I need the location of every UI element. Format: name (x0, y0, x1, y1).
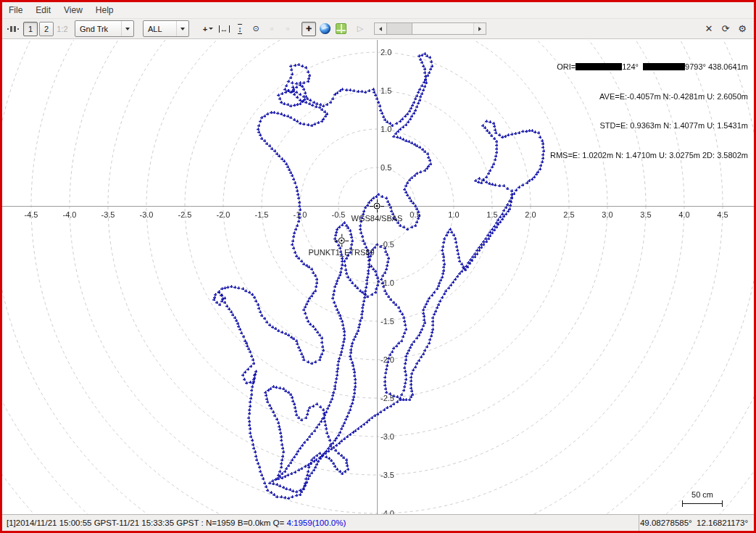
toolbar-grip-icon (7, 26, 20, 32)
stat-rms-line: RMS=E: 1.0202m N: 1.4710m U: 3.0275m 2D:… (550, 151, 748, 161)
solution-filter-select[interactable]: ALL (143, 20, 189, 37)
status-coordinates: 49.08278585° 12.16821173° (639, 515, 754, 531)
fit-vertical-button[interactable]: ↕ (233, 22, 247, 36)
solution-filter-value: ALL (144, 25, 176, 33)
option-dot-button-1[interactable]: ○ (265, 22, 279, 36)
fit-vertical-icon: ↕ (238, 24, 242, 34)
gear-icon: ⚙ (738, 23, 747, 34)
animate-button[interactable]: ▷ (353, 22, 367, 36)
option-dot-button-2[interactable]: ○ (281, 22, 295, 36)
menu-view[interactable]: View (57, 4, 89, 17)
scale-bar-line (682, 500, 723, 507)
refresh-icon: ⟳ (721, 23, 729, 34)
close-icon: ✕ (705, 23, 713, 34)
chevron-down-icon (121, 21, 133, 36)
map-view-button[interactable] (333, 22, 348, 36)
stat-ori-line: ORI=124° 9793° 438.0641m (550, 62, 748, 73)
rtkplot-window: File Edit View Help 1 2 1:2 Gnd Trk ALL … (0, 0, 756, 533)
fit-cursor-button[interactable]: + (201, 22, 215, 36)
google-earth-globe-icon (320, 23, 331, 34)
statistics-overlay: ORI=124° 9793° 438.0641m AVE=E:-0.4057m … (550, 43, 748, 180)
cross-dot-icon: ✚ (306, 25, 312, 33)
menu-help[interactable]: Help (89, 4, 120, 17)
plot-1-button[interactable]: 1 (23, 22, 38, 36)
status-bar: [1]2014/11/21 15:00:55 GPST-11/21 15:33:… (2, 514, 754, 531)
menu-bar: File Edit View Help (2, 2, 754, 19)
redaction-box (576, 63, 622, 70)
chevron-down-icon (209, 28, 213, 30)
scrollbar-thumb[interactable] (386, 22, 412, 35)
menu-file[interactable]: File (2, 4, 29, 17)
stat-std-line: STD=E: 0.9363m N: 1.4077m U: 1.5431m (550, 121, 748, 131)
plot-2-button[interactable]: 2 (39, 22, 54, 36)
chevron-down-icon (176, 21, 188, 36)
reload-button[interactable]: ⟳ (721, 23, 729, 34)
clear-button[interactable]: ✕ (705, 23, 713, 34)
map-icon (336, 23, 346, 34)
status-time-range: [1]2014/11/21 15:00:55 GPST-11/21 15:33:… (2, 515, 639, 531)
small-circle-icon: ○ (270, 25, 274, 32)
ground-track-plot[interactable]: ORI=124° 9793° 438.0641m AVE=E:-0.4057m … (2, 40, 754, 516)
center-origin-icon: ⊙ (252, 24, 259, 33)
time-scrollbar[interactable] (374, 22, 486, 35)
redaction-box (643, 63, 685, 70)
options-button[interactable]: ⚙ (738, 23, 747, 34)
small-circle-icon: ○ (286, 25, 290, 32)
scale-bar-label: 50 cm (682, 490, 723, 499)
average-marker-label: PUNKT1_ETRS89 (308, 248, 374, 257)
toolbar: 1 2 1:2 Gnd Trk ALL + ↔ ↕ ⊙ ○ ○ (2, 19, 754, 39)
fit-horizontal-button[interactable]: ↔ (217, 22, 231, 36)
scale-bar: 50 cm (682, 490, 723, 507)
scroll-left-icon[interactable] (375, 23, 387, 34)
google-earth-button[interactable] (317, 22, 332, 36)
crosshair-icon: + (203, 25, 207, 33)
status-longitude: 12.16821173° (697, 518, 748, 527)
status-latitude: 49.08278585° (640, 518, 692, 527)
status-quality: 4:1959(100.0%) (286, 518, 346, 527)
fit-horizontal-icon: ↔ (219, 25, 230, 33)
center-origin-button[interactable]: ⊙ (249, 22, 263, 36)
toolbar-right-group: ✕ ⟳ ⚙ (701, 23, 751, 34)
scroll-right-icon[interactable] (473, 23, 486, 34)
plot-split-button[interactable]: 1:2 (55, 22, 70, 36)
play-icon: ▷ (357, 24, 363, 33)
origin-marker-label: WGS84/SBAS (352, 214, 403, 223)
menu-edit[interactable]: Edit (29, 4, 57, 17)
plot-type-select[interactable]: Gnd Trk (75, 20, 134, 37)
stat-ave-line: AVE=E:-0.4057m N:-0.4281m U: 2.6050m (550, 92, 748, 102)
show-track-point-button[interactable]: ✚ (302, 22, 316, 36)
plot-type-value: Gnd Trk (75, 25, 121, 33)
